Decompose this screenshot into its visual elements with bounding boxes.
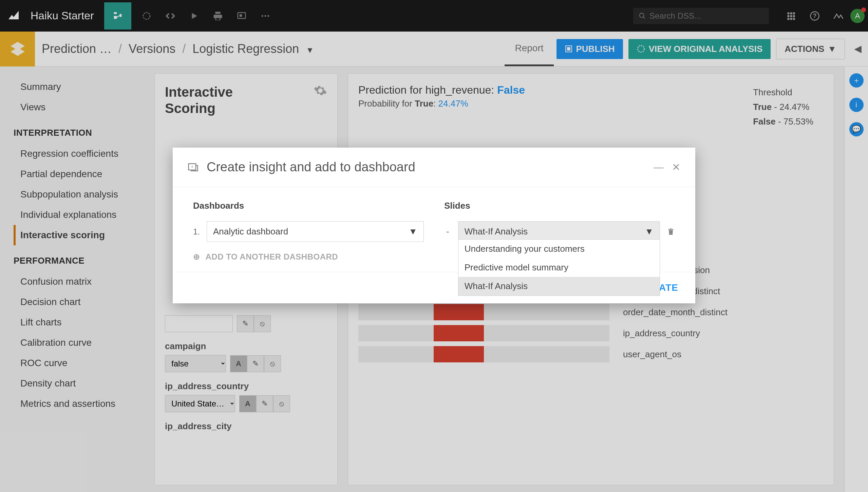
row-dash: -	[446, 226, 449, 237]
add-another-dashboard[interactable]: ⊕ ADD TO ANOTHER DASHBOARD	[193, 252, 424, 262]
create-insight-modal: + Create insight and add to dashboard — …	[173, 148, 695, 303]
plus-icon: ⊕	[193, 252, 200, 262]
dashboards-header: Dashboards	[193, 201, 424, 211]
chevron-down-icon: ▼	[409, 226, 417, 237]
insight-icon: +	[188, 162, 199, 173]
slide-option[interactable]: Understanding your customers	[458, 240, 660, 258]
slides-header: Slides	[444, 201, 675, 211]
slide-selected: What-If Analysis	[465, 226, 528, 237]
slide-select[interactable]: What-If Analysis ▼ Understanding your cu…	[458, 221, 660, 242]
add-another-label: ADD TO ANOTHER DASHBOARD	[206, 252, 338, 262]
minimize-icon[interactable]: —	[654, 162, 664, 173]
dashboard-select[interactable]: Analytic dashboard ▼	[207, 221, 424, 242]
modal-header: + Create insight and add to dashboard — …	[173, 148, 695, 187]
row-number: 1.	[193, 227, 200, 236]
dashboard-selected: Analytic dashboard	[213, 226, 288, 237]
modal-body: Dashboards 1. Analytic dashboard ▼ ⊕ ADD…	[173, 187, 695, 272]
slide-option[interactable]: Predictive model summary	[458, 258, 660, 277]
modal-title: Create insight and add to dashboard	[207, 160, 645, 174]
slide-dropdown: Understanding your customers Predictive …	[458, 239, 660, 296]
close-icon[interactable]: ✕	[672, 161, 680, 173]
svg-text:+: +	[191, 164, 193, 169]
trash-icon[interactable]	[667, 228, 675, 236]
slide-option[interactable]: What-If Analysis	[458, 277, 660, 296]
chevron-down-icon: ▼	[645, 226, 654, 237]
